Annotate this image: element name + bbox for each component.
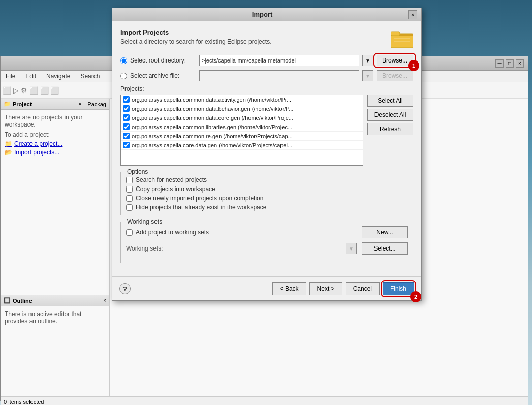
root-directory-radio[interactable] (120, 57, 127, 64)
package-panel-label: Packag (87, 101, 106, 107)
project-checkbox-0[interactable] (123, 96, 130, 103)
ws-input[interactable] (166, 243, 342, 254)
modal-close-button[interactable]: × (408, 10, 417, 19)
project-panel-icon: 📁 (4, 101, 11, 107)
project-label: org.polarsys.capella.common.libraries.ge… (132, 124, 292, 130)
next-button[interactable]: Next > (309, 282, 342, 295)
ws-select-button[interactable]: Select... (362, 242, 408, 255)
menu-file[interactable]: File (3, 72, 18, 81)
project-label: org.polarsys.capella.common.data.core.ge… (132, 115, 293, 121)
no-projects-msg: There are no projects in your workspace. (5, 114, 105, 128)
project-panel-label: Project (13, 101, 32, 107)
working-sets-group: Working sets Add project to working sets… (120, 222, 413, 263)
finish-button[interactable]: Finish (383, 282, 414, 295)
project-checkbox-3[interactable] (123, 123, 130, 130)
project-label: org.polarsys.capella.common.re.gen (/hom… (132, 133, 293, 139)
project-list-item: org.polarsys.capella.common.data.core.ge… (121, 113, 363, 122)
option-row-0: Search for nested projects (126, 176, 408, 183)
create-project-link[interactable]: 📁 Create a project... (5, 140, 105, 147)
modal-body: Import Projects Select a directory to se… (112, 21, 421, 276)
toolbar-icons: ⬜ ▷ ⚙ ⬜ ⬜ ⬜ (3, 86, 59, 95)
option-label-1: Copy projects into workspace (136, 185, 215, 193)
eclipse-sidebar: 📁 Project × Packag There are no projects… (1, 99, 110, 396)
option-row-2: Close newly imported projects upon compl… (126, 195, 408, 202)
projects-side-buttons: Select All Deselect All Refresh (367, 95, 413, 166)
outline-panel-label: Outline (13, 298, 32, 304)
project-checkbox-1[interactable] (123, 105, 130, 112)
outline-msg: There is no active editor that provides … (5, 310, 81, 325)
modal-titlebar: Import × (112, 8, 421, 21)
status-text: 0 items selected (4, 399, 44, 405)
project-list-item: org.polarsys.capella.common.re.gen (/hom… (121, 132, 363, 141)
outline-panel-header: 🔲 Outline × (1, 295, 109, 306)
projects-label: Projects: (120, 85, 413, 92)
option-label-3: Hide projects that already exist in the … (136, 204, 266, 211)
ws-dropdown[interactable]: ▼ (346, 243, 357, 254)
add-ws-label: Add project to working sets (136, 229, 209, 236)
root-directory-input[interactable] (199, 55, 359, 66)
project-panel-header: 📁 Project × Packag (1, 99, 109, 110)
menu-navigate[interactable]: Navigate (43, 72, 73, 81)
option-checkbox-1[interactable] (126, 186, 133, 193)
modal-header-section: Import Projects Select a directory to se… (120, 28, 413, 48)
archive-dropdown[interactable]: ▼ (362, 70, 373, 81)
project-checkbox-4[interactable] (123, 133, 130, 139)
annotation-badge-1: 1 (408, 60, 419, 71)
root-directory-label: Select root directory: (130, 57, 196, 64)
back-button[interactable]: < Back (272, 282, 306, 295)
project-label: org.polarsys.capella.common.data.activit… (132, 97, 291, 103)
root-directory-row: Select root directory: ▼ Browse... 1 (120, 55, 413, 66)
add-ws-row: Add project to working sets New... (126, 226, 408, 238)
projects-area: org.polarsys.capella.common.data.activit… (120, 95, 413, 166)
option-row-3: Hide projects that already exist in the … (126, 204, 408, 211)
archive-file-row: Select archive file: ▼ Browse... (120, 70, 413, 81)
projects-list: org.polarsys.capella.common.data.activit… (120, 95, 363, 166)
eclipse-maximize-btn[interactable]: □ (506, 59, 514, 68)
project-list-item: org.polarsys.capella.common.libraries.ge… (121, 122, 363, 132)
outline-panel: 🔲 Outline × There is no active editor th… (1, 295, 109, 396)
archive-file-input[interactable] (199, 70, 359, 81)
eclipse-minimize-btn[interactable]: ─ (495, 59, 504, 68)
to-add-label: To add a project: (5, 131, 105, 138)
folder-icon-small: 📁 (5, 140, 12, 147)
menu-search[interactable]: Search (77, 72, 103, 81)
modal-header-title: Import Projects (120, 28, 391, 36)
options-legend: Options (125, 168, 150, 175)
new-ws-button[interactable]: New... (362, 226, 408, 238)
folder-icon-large (391, 28, 413, 48)
projects-section: Projects: org.polarsys.capella.common.da… (120, 85, 413, 166)
option-checkbox-2[interactable] (126, 195, 133, 202)
option-checkbox-3[interactable] (126, 204, 133, 211)
project-label: org.polarsys.capella.common.data.behavio… (132, 106, 293, 112)
import-projects-link[interactable]: 📂 Import projects... (5, 149, 105, 156)
menu-edit[interactable]: Edit (22, 72, 39, 81)
option-checkbox-0[interactable] (126, 177, 133, 183)
outline-panel-close[interactable]: × (103, 298, 106, 303)
project-checkbox-2[interactable] (123, 114, 130, 121)
project-list-item: org.polarsys.capella.core.data.gen (/hom… (121, 141, 363, 150)
project-list-item: org.polarsys.capella.common.data.activit… (121, 95, 363, 104)
browse-archive-button[interactable]: Browse... (377, 70, 413, 81)
finish-button-wrapper: Finish 2 (383, 282, 414, 295)
modal-header-text: Import Projects Select a directory to se… (120, 28, 391, 45)
eclipse-close-btn[interactable]: × (516, 59, 524, 68)
deselect-all-button[interactable]: Deselect All (367, 109, 413, 121)
option-row-1: Copy projects into workspace (126, 185, 408, 193)
project-checkbox-5[interactable] (123, 142, 130, 148)
modal-footer: ? < Back Next > Cancel Finish 2 (112, 276, 421, 300)
archive-file-label: Select archive file: (130, 72, 196, 79)
archive-file-radio[interactable] (120, 73, 127, 79)
root-directory-dropdown[interactable]: ▼ (362, 55, 373, 66)
svg-rect-2 (391, 32, 400, 36)
option-label-0: Search for nested projects (136, 176, 207, 183)
import-icon-small: 📂 (5, 149, 12, 156)
add-ws-checkbox[interactable] (126, 229, 133, 236)
cancel-button[interactable]: Cancel (346, 282, 380, 295)
ws-select-row: Working sets: ▼ Select... (126, 242, 408, 255)
project-panel-close[interactable]: × (78, 101, 81, 107)
select-all-button[interactable]: Select All (367, 95, 413, 107)
annotation-badge-2: 2 (410, 291, 421, 302)
help-button[interactable]: ? (119, 283, 131, 294)
modal-header-desc: Select a directory to search for existin… (120, 38, 391, 45)
refresh-button[interactable]: Refresh (367, 123, 413, 135)
